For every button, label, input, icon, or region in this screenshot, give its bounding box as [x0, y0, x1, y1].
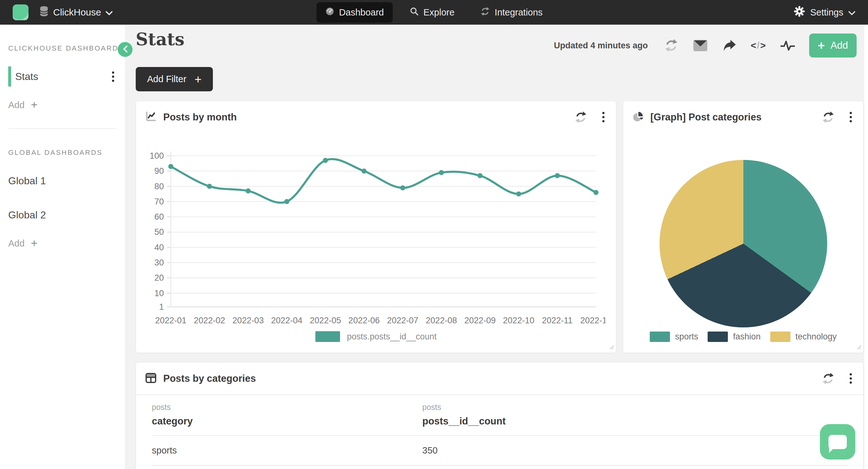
line-series-point[interactable] — [400, 185, 405, 190]
legend-label: technology — [796, 332, 837, 342]
sidebar-collapse-button[interactable] — [118, 42, 132, 57]
add-filter-label: Add Filter — [147, 74, 186, 85]
kebab-menu-icon[interactable] — [847, 371, 855, 386]
pie-chart[interactable] — [659, 160, 827, 327]
table-cell: sports — [152, 436, 422, 465]
line-series-point[interactable] — [168, 164, 173, 169]
x-axis-label: 2022-02 — [194, 316, 225, 325]
pie-legend-item[interactable]: fashion — [708, 332, 761, 342]
pie-chart-legend: sportsfashiontechnology — [623, 332, 863, 342]
line-series-point[interactable] — [362, 168, 367, 173]
database-selector[interactable]: ClickHouse — [39, 6, 113, 19]
tab-dashboard[interactable]: Dashboard — [317, 2, 393, 23]
sidebar-item-label: Stats — [15, 71, 38, 82]
plus-icon: + — [31, 238, 38, 249]
line-chart: 10090807060504030201012022-012022-022022… — [143, 147, 606, 338]
line-series-point[interactable] — [207, 184, 212, 189]
table-column-header: postscategory — [152, 403, 422, 427]
x-axis-label: 2022-09 — [464, 316, 496, 325]
table-cell: 330 — [422, 466, 847, 469]
kebab-menu-icon[interactable] — [600, 109, 607, 125]
x-axis-label: 2022-01 — [155, 316, 186, 325]
y-axis-label: 100 — [150, 151, 164, 161]
add-button-label: Add — [831, 40, 848, 51]
plus-icon: + — [31, 99, 38, 111]
search-icon — [410, 7, 419, 18]
line-series-point[interactable] — [284, 199, 289, 204]
line-chart-legend[interactable]: posts.posts__id__count — [136, 331, 616, 342]
speech-bubble-icon — [829, 435, 847, 449]
email-icon[interactable] — [693, 38, 708, 53]
sidebar-item-global-2[interactable]: Global 2 — [8, 205, 117, 225]
add-widget-button[interactable]: + Add — [809, 34, 857, 58]
sidebar-add-dashboard[interactable]: Add + — [8, 99, 117, 111]
sidebar-section-title-global: GLOBAL DASHBOARDS — [8, 148, 125, 157]
column-name-label: posts__id__count — [422, 415, 847, 427]
column-group-label: posts — [422, 403, 847, 412]
refresh-card-button[interactable] — [820, 371, 836, 386]
y-axis-label: 20 — [154, 273, 164, 282]
pie-legend-item[interactable]: technology — [770, 332, 837, 342]
sidebar: CLICKHOUSE DASHBOARDS Stats Add + GLOBAL… — [0, 25, 125, 469]
table-column-header: postsposts__id__count — [422, 403, 847, 427]
tab-explore[interactable]: Explore — [401, 2, 463, 23]
legend-swatch — [315, 331, 340, 342]
line-series-point[interactable] — [555, 173, 560, 178]
table-icon — [145, 372, 157, 385]
resize-handle-icon[interactable] — [609, 344, 614, 351]
card-title: [Graph] Post categories — [650, 111, 762, 123]
sidebar-item-global-1[interactable]: Global 1 — [8, 171, 117, 191]
refresh-dashboard-button[interactable] — [664, 38, 679, 53]
table-cell: fashion — [152, 466, 422, 469]
tab-integrations[interactable]: Integrations — [472, 2, 552, 23]
table-row: sports350 — [152, 436, 847, 466]
line-series-point[interactable] — [477, 173, 483, 178]
share-icon[interactable] — [722, 38, 737, 53]
line-series-point[interactable] — [593, 190, 598, 195]
chat-widget-button[interactable] — [820, 424, 855, 460]
x-axis-label: 2022-10 — [503, 316, 534, 325]
column-group-label: posts — [152, 403, 422, 412]
sidebar-add-global-dashboard[interactable]: Add + — [8, 238, 117, 249]
line-series-point[interactable] — [516, 192, 521, 197]
top-nav: ClickHouse Dashboard — [0, 0, 868, 25]
card-posts-by-categories: Posts by categories postscategorypostspo… — [136, 362, 864, 469]
column-name-label: category — [152, 415, 422, 427]
pie-legend-item[interactable]: sports — [650, 332, 699, 342]
kebab-menu-icon[interactable] — [110, 69, 117, 85]
legend-label: fashion — [733, 332, 761, 342]
add-filter-button[interactable]: Add Filter + — [136, 67, 213, 91]
line-series-point[interactable] — [323, 158, 328, 163]
embed-code-icon[interactable]: </> — [751, 38, 766, 53]
plus-icon: + — [818, 39, 825, 52]
sidebar-divider — [8, 128, 117, 129]
tab-explore-label: Explore — [424, 7, 455, 18]
y-axis-label: 50 — [154, 227, 164, 237]
tab-dashboard-label: Dashboard — [339, 7, 384, 18]
table-cell: 350 — [422, 436, 847, 465]
x-axis-label: 2022-12 — [580, 316, 606, 325]
gauge-icon — [326, 7, 334, 18]
x-axis-label: 2022-08 — [426, 316, 457, 325]
sidebar-section-title: CLICKHOUSE DASHBOARDS — [8, 44, 125, 53]
line-series-point[interactable] — [439, 170, 444, 175]
updated-timestamp: Updated 4 minutes ago — [554, 41, 648, 51]
resize-handle-icon[interactable] — [856, 344, 861, 351]
sidebar-item-label: Global 1 — [8, 175, 46, 187]
scrollbar[interactable] — [864, 25, 868, 469]
card-post-categories-graph: [Graph] Post categories sportsfashiontec… — [623, 101, 864, 353]
tab-integrations-label: Integrations — [495, 7, 543, 18]
refresh-card-button[interactable] — [573, 110, 588, 125]
card-title: Posts by categories — [163, 373, 256, 384]
y-axis-label: 90 — [154, 166, 164, 176]
settings-menu[interactable]: Settings — [794, 6, 855, 19]
refresh-card-button[interactable] — [820, 110, 836, 125]
activity-pulse-icon[interactable] — [780, 38, 795, 53]
x-axis-label: 2022-04 — [271, 316, 302, 325]
database-icon — [39, 6, 49, 19]
sidebar-item-stats[interactable]: Stats — [8, 66, 117, 87]
line-series-point[interactable] — [245, 188, 251, 193]
app-logo[interactable] — [13, 4, 28, 20]
kebab-menu-icon[interactable] — [847, 109, 855, 125]
main-content: Stats Updated 4 minutes ago </> — [125, 25, 868, 469]
